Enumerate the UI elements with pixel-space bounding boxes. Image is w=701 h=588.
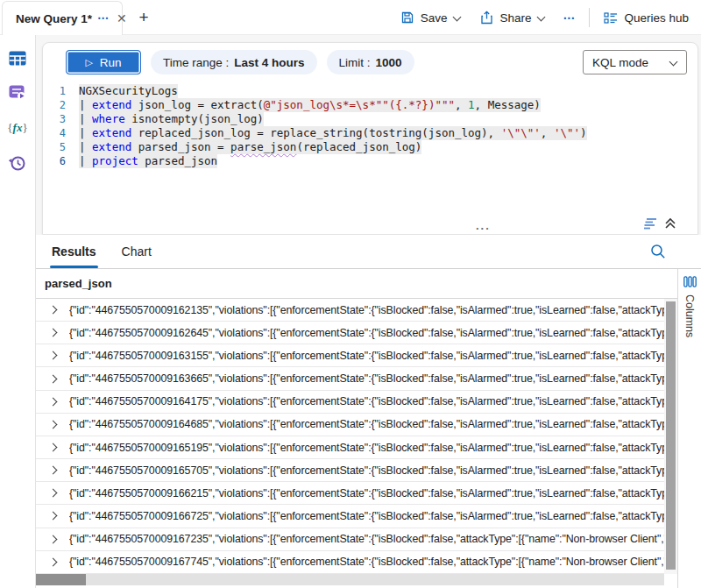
table-row[interactable]: {"id":"4467550570009162645","violations"… — [36, 322, 664, 344]
code-line-text: NGXSecurityLogs — [79, 84, 178, 98]
query-history-icon[interactable] — [7, 152, 28, 174]
table-row[interactable]: {"id":"4467550570009165705","violations"… — [36, 459, 664, 482]
row-expand-chevron-icon[interactable] — [36, 490, 69, 496]
line-number: 4 — [43, 126, 66, 140]
grid-rows: {"id":"4467550570009162135","violations"… — [36, 299, 664, 574]
row-expand-chevron-icon[interactable] — [36, 329, 69, 336]
row-expand-chevron-icon[interactable] — [36, 536, 69, 542]
code-line-text: | extend replaced_json_log = replace_str… — [79, 126, 587, 140]
queries-hub-button[interactable]: Queries hub — [598, 8, 694, 28]
code-line[interactable]: 2| extend json_log = extract(@"json_log\… — [43, 98, 697, 112]
row-expand-chevron-icon[interactable] — [36, 376, 69, 382]
columns-side-panel-toggle[interactable]: Columns — [677, 269, 701, 588]
row-expand-chevron-icon[interactable] — [36, 467, 69, 473]
save-button[interactable]: Save — [395, 7, 467, 28]
time-range-label: Time range : — [163, 56, 229, 69]
tab-title: New Query 1* — [16, 12, 92, 25]
table-row[interactable]: {"id":"4467550570009166215","violations"… — [36, 482, 664, 505]
left-sidebar: {fx} — [0, 35, 36, 588]
share-icon — [480, 11, 493, 25]
columns-icon — [683, 276, 697, 287]
vertical-scrollbar[interactable] — [664, 299, 677, 574]
play-icon: ▷ — [85, 58, 92, 67]
row-expand-chevron-icon[interactable] — [36, 399, 69, 405]
results-panel: Results Chart parsed_json {"id":"4467550… — [36, 235, 701, 588]
time-range-pill[interactable]: Time range : Last 4 hours — [151, 50, 317, 74]
save-icon — [400, 11, 414, 25]
table-row[interactable]: {"id":"4467550570009165195","violations"… — [36, 436, 664, 459]
limit-value: 1000 — [376, 56, 402, 69]
run-button[interactable]: ▷ Run — [66, 50, 141, 74]
row-expand-chevron-icon[interactable] — [36, 513, 69, 519]
row-expand-chevron-icon[interactable] — [36, 352, 69, 358]
search-results-button[interactable] — [650, 244, 666, 263]
results-tab-bar: Results Chart — [36, 235, 701, 269]
tab-close-icon[interactable]: ✕ — [115, 11, 129, 25]
row-json-text: {"id":"4467550570009165195","violations"… — [69, 442, 664, 454]
table-row[interactable]: {"id":"4467550570009163155","violations"… — [36, 344, 664, 367]
code-line[interactable]: 1NGXSecurityLogs — [43, 84, 697, 98]
limit-pill[interactable]: Limit : 1000 — [327, 50, 414, 74]
table-row[interactable]: {"id":"4467550570009167745","violations"… — [36, 551, 664, 574]
row-expand-chevron-icon[interactable] — [36, 422, 69, 428]
code-line[interactable]: 3| where isnotempty(json_log) — [43, 112, 697, 126]
row-json-text: {"id":"4467550570009167235","violations"… — [69, 533, 664, 545]
query-tab[interactable]: New Query 1* ⋯ ✕ — [2, 1, 123, 35]
line-number: 2 — [43, 98, 66, 112]
row-json-text: {"id":"4467550570009163155","violations"… — [69, 350, 664, 362]
row-expand-chevron-icon[interactable] — [36, 444, 69, 450]
row-json-text: {"id":"4467550570009163665","violations"… — [69, 372, 664, 385]
chevron-down-icon — [669, 57, 677, 65]
row-json-text: {"id":"4467550570009167745","violations"… — [69, 556, 664, 568]
row-json-text: {"id":"4467550570009166215","violations"… — [69, 487, 664, 499]
dashboards-icon[interactable] — [7, 82, 28, 103]
row-expand-chevron-icon[interactable] — [36, 559, 69, 565]
code-editor[interactable]: 1NGXSecurityLogs2| extend json_log = ext… — [43, 84, 697, 168]
editor-corner-tools — [643, 217, 676, 230]
vertical-scrollbar-thumb[interactable] — [666, 301, 676, 570]
kql-mode-value: KQL mode — [592, 56, 648, 69]
pane-splitter-handle[interactable]: ... — [476, 219, 491, 232]
row-expand-chevron-icon[interactable] — [36, 307, 69, 313]
search-icon — [650, 244, 666, 259]
queries-hub-icon — [604, 11, 618, 25]
chevron-down-icon — [453, 12, 461, 20]
tab-chart[interactable]: Chart — [122, 235, 152, 268]
share-label: Share — [499, 11, 531, 25]
query-editor-panel: ▷ Run Time range : Last 4 hours Limit : … — [42, 42, 698, 235]
table-row[interactable]: {"id":"4467550570009164175","violations"… — [36, 391, 664, 414]
code-line[interactable]: 5| extend parsed_json = parse_json(repla… — [43, 140, 697, 154]
tab-results[interactable]: Results — [52, 235, 96, 268]
code-line-text: | project parsed_json — [79, 154, 217, 168]
column-header-parsed-json[interactable]: parsed_json — [36, 269, 677, 299]
code-lines: 1NGXSecurityLogs2| extend json_log = ext… — [43, 84, 697, 168]
row-json-text: {"id":"4467550570009164175","violations"… — [69, 395, 664, 407]
divider — [589, 8, 590, 27]
kql-mode-dropdown[interactable]: KQL mode — [583, 50, 687, 74]
line-number: 3 — [43, 112, 66, 126]
format-lines-icon[interactable] — [643, 217, 658, 230]
row-json-text: {"id":"4467550570009165705","violations"… — [69, 464, 664, 477]
columns-panel-label: Columns — [683, 294, 696, 337]
functions-icon[interactable]: {fx} — [7, 117, 28, 138]
new-tab-button[interactable]: + — [131, 5, 156, 30]
share-button[interactable]: Share — [475, 7, 550, 28]
time-range-value: Last 4 hours — [234, 56, 304, 69]
more-actions-button[interactable]: ⋯ — [559, 11, 580, 25]
horizontal-scrollbar-thumb[interactable] — [36, 574, 86, 585]
table-row[interactable]: {"id":"4467550570009162135","violations"… — [36, 299, 664, 322]
queries-hub-label: Queries hub — [624, 11, 689, 25]
line-number: 5 — [43, 140, 66, 154]
table-row[interactable]: {"id":"4467550570009163665","violations"… — [36, 367, 664, 390]
tab-more-icon[interactable]: ⋯ — [97, 14, 110, 23]
table-row[interactable]: {"id":"4467550570009167235","violations"… — [36, 528, 664, 551]
code-line[interactable]: 4| extend replaced_json_log = replace_st… — [43, 126, 697, 140]
table-row[interactable]: {"id":"4467550570009166725","violations"… — [36, 505, 664, 528]
horizontal-scrollbar[interactable] — [36, 574, 664, 585]
line-number: 1 — [43, 84, 66, 98]
table-row[interactable]: {"id":"4467550570009164685","violations"… — [36, 414, 664, 436]
data-explorer-icon[interactable] — [7, 47, 28, 68]
chevron-down-icon — [537, 12, 545, 20]
code-line[interactable]: 6| project parsed_json — [43, 154, 697, 168]
collapse-editor-icon[interactable] — [664, 217, 676, 230]
